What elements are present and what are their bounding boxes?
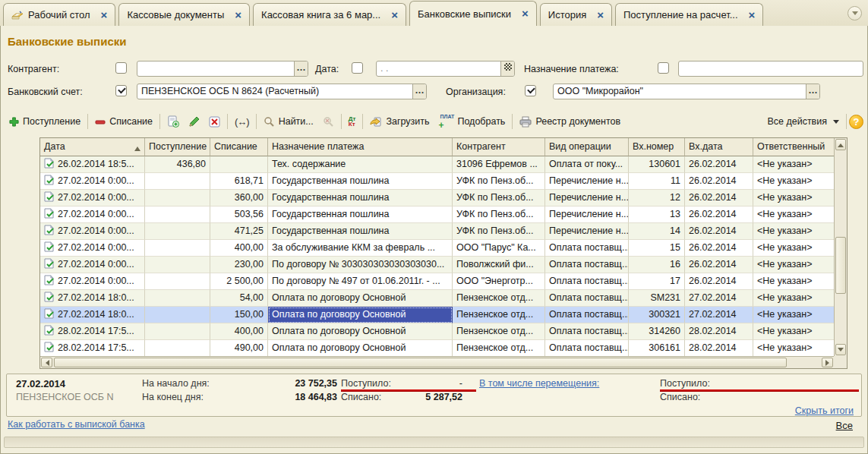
scroll-right-button[interactable] xyxy=(822,358,833,367)
close-icon[interactable]: × xyxy=(235,11,241,20)
bank-statement-help-link[interactable]: Как работать с выпиской банка xyxy=(8,419,145,430)
all-actions-button[interactable]: Все действия xyxy=(762,114,844,129)
cell-responsible[interactable]: <Не указан> xyxy=(753,207,847,223)
column-header-date[interactable]: Дата xyxy=(40,138,145,156)
cell-operation[interactable]: Перечисление н... xyxy=(545,207,629,223)
cell-responsible[interactable]: <Не указан> xyxy=(753,240,847,257)
cell-date[interactable]: 27.02.2014 18:0... xyxy=(40,290,145,307)
cell-contractor[interactable]: УФК по Пенз.об... xyxy=(453,190,545,207)
tab-2[interactable]: Кассовые документы× xyxy=(118,3,250,26)
cell-purpose[interactable]: Государственная пошлина xyxy=(268,207,453,223)
contractor-input[interactable]: … xyxy=(137,61,308,77)
cell-in_number[interactable]: 14 xyxy=(629,223,685,240)
dt-kt-button[interactable]: ДтКт xyxy=(344,114,361,129)
cell-in_date[interactable]: 28.02.2014 xyxy=(685,340,753,357)
cell-in_number[interactable]: 12 xyxy=(629,190,685,207)
table-row-1[interactable]: 26.02.2014 18:5...436,80Тех. содержание3… xyxy=(40,156,847,173)
column-header-responsible[interactable]: Ответственный xyxy=(753,138,847,156)
cell-in_date[interactable]: 26.02.2014 xyxy=(685,190,753,207)
table-row-6[interactable]: 27.02.2014 0:00...400,00За обслуживание … xyxy=(40,240,847,257)
cell-purpose[interactable]: Государственная пошлина xyxy=(268,190,453,207)
cell-expense[interactable] xyxy=(210,156,268,173)
cell-in_number[interactable]: 15 xyxy=(629,240,685,257)
cell-contractor[interactable]: УФК по Пенз.об... xyxy=(453,207,545,223)
cell-expense[interactable]: 503,56 xyxy=(210,207,268,223)
cell-income[interactable] xyxy=(145,173,210,190)
column-header-purpose[interactable]: Назначение платежа xyxy=(268,138,453,156)
cell-date[interactable]: 27.02.2014 0:00... xyxy=(40,257,145,273)
cell-in_date[interactable]: 26.02.2014 xyxy=(685,207,753,223)
payment-purpose-checkbox[interactable] xyxy=(658,62,669,74)
column-header-operation[interactable]: Вид операции xyxy=(545,138,629,156)
cell-contractor[interactable]: ООО "Энерготр... xyxy=(453,273,545,290)
cell-in_date[interactable]: 28.02.2014 xyxy=(685,323,753,340)
cell-in_date[interactable]: 26.02.2014 xyxy=(685,273,753,290)
cell-in_number[interactable]: SM231 xyxy=(629,290,685,307)
cell-in_date[interactable]: 26.02.2014 xyxy=(685,156,753,173)
cell-income[interactable] xyxy=(145,323,210,340)
cell-date[interactable]: 27.02.2014 0:00... xyxy=(40,207,145,223)
table-row-8[interactable]: 27.02.2014 0:00...2 500,00По договору № … xyxy=(40,273,847,290)
date-checkbox[interactable] xyxy=(352,62,363,74)
column-header-in_date[interactable]: Вх.дата xyxy=(685,138,753,156)
payment-purpose-input[interactable] xyxy=(678,61,863,77)
vertical-scroll-thumb[interactable] xyxy=(835,237,846,294)
organization-input[interactable]: ООО "Микрорайон" … xyxy=(553,84,820,99)
column-header-in_number[interactable]: Вх.номер xyxy=(629,138,685,156)
choose-button[interactable]: … xyxy=(294,61,308,76)
cell-in_number[interactable]: 13 xyxy=(629,207,685,223)
cell-expense[interactable]: 150,00 xyxy=(210,307,268,323)
cell-expense[interactable]: 230,00 xyxy=(210,257,268,273)
date-input[interactable]: . . xyxy=(376,61,515,77)
scroll-down-button[interactable] xyxy=(835,344,846,355)
column-header-expense[interactable]: Списание xyxy=(210,138,268,156)
cell-contractor[interactable]: Поволжский фи... xyxy=(453,257,545,273)
cell-contractor[interactable]: Пензенское отд... xyxy=(453,340,545,357)
cell-responsible[interactable]: <Не указан> xyxy=(753,257,847,273)
close-icon[interactable]: × xyxy=(391,11,398,20)
cell-operation[interactable]: Оплата поставщ... xyxy=(545,290,629,307)
cell-in_number[interactable]: 16 xyxy=(629,257,685,273)
hide-totals-link[interactable]: Скрыть итоги xyxy=(795,405,854,416)
cell-contractor[interactable]: УФК по Пенз.об... xyxy=(453,173,545,190)
cell-responsible[interactable]: <Не указан> xyxy=(753,290,847,307)
cell-in_date[interactable]: 26.02.2014 xyxy=(685,223,753,240)
cell-expense[interactable]: 618,71 xyxy=(210,173,268,190)
cell-date[interactable]: 27.02.2014 0:00... xyxy=(40,173,145,190)
cell-income[interactable] xyxy=(145,273,210,290)
cell-responsible[interactable]: <Не указан> xyxy=(753,156,847,173)
cell-in_number[interactable]: 11 xyxy=(629,173,685,190)
cell-income[interactable] xyxy=(145,190,210,207)
table-row-3[interactable]: 27.02.2014 0:00...360,00Государственная … xyxy=(40,190,847,207)
cell-contractor[interactable]: 31096 Ефремов ... xyxy=(453,156,545,173)
cell-in_number[interactable]: 314260 xyxy=(629,323,685,340)
cell-date[interactable]: 27.02.2014 18:0... xyxy=(40,307,145,323)
cell-in_date[interactable]: 26.02.2014 xyxy=(685,240,753,257)
table-row-2[interactable]: 27.02.2014 0:00...618,71Государственная … xyxy=(40,173,847,190)
all-link[interactable]: Все xyxy=(836,420,853,431)
receipt-button[interactable]: Поступление xyxy=(5,114,85,129)
cell-purpose[interactable]: Государственная пошлина xyxy=(268,223,453,240)
tab-4[interactable]: Банковские выписки× xyxy=(409,1,537,26)
delete-button[interactable] xyxy=(204,114,225,130)
cell-income[interactable] xyxy=(145,223,210,240)
table-row-4[interactable]: 27.02.2014 0:00...503,56Государственная … xyxy=(40,207,847,223)
cell-operation[interactable]: Оплата от поку... xyxy=(545,156,629,173)
cell-in_date[interactable]: 26.02.2014 xyxy=(685,173,753,190)
choose-button[interactable]: … xyxy=(412,84,426,99)
cell-date[interactable]: 26.02.2014 18:5... xyxy=(40,156,145,173)
cell-date[interactable]: 28.02.2014 17:5... xyxy=(40,340,145,357)
table-row-7[interactable]: 27.02.2014 0:00...230,00По договору № 30… xyxy=(40,257,847,273)
bank-account-input[interactable]: ПЕНЗЕНСКОЕ ОСБ N 8624 (Расчетный) … xyxy=(137,84,427,99)
cell-date[interactable]: 27.02.2014 0:00... xyxy=(40,223,145,240)
horizontal-scrollbar[interactable] xyxy=(40,356,834,368)
cell-expense[interactable]: 360,00 xyxy=(210,190,268,207)
cell-responsible[interactable]: <Не указан> xyxy=(753,223,847,240)
cell-purpose[interactable]: Оплата по договору Основной xyxy=(268,307,453,323)
cell-in_number[interactable]: 300321 xyxy=(629,307,685,323)
table-row-10[interactable]: 27.02.2014 18:0...150,00Оплата по догово… xyxy=(40,307,847,323)
cell-purpose[interactable]: Оплата по договору Основной xyxy=(268,290,453,307)
cell-date[interactable]: 27.02.2014 0:00... xyxy=(40,240,145,257)
cell-purpose[interactable]: Тех. содержание xyxy=(268,156,453,173)
cell-in_number[interactable]: 130601 xyxy=(629,156,685,173)
